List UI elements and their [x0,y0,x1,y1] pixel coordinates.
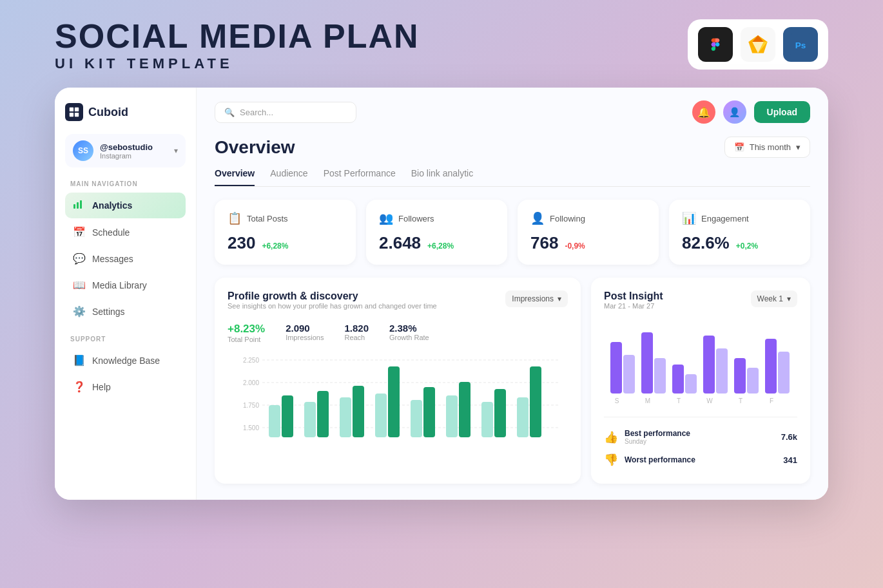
sidebar-item-messages[interactable]: 💬 Messages [65,246,186,271]
svg-rect-24 [304,402,316,437]
profile-growth-card: Profile growth & discovery See insights … [215,278,581,484]
settings-label: Settings [92,307,125,317]
sidebar-item-schedule[interactable]: 📅 Schedule [65,220,186,245]
svg-rect-32 [446,395,458,437]
svg-rect-49 [778,352,790,394]
main-content: 🔍 Search... 🔔 👤 Upload Overview 📅 This m… [197,88,828,500]
svg-rect-7 [70,108,73,111]
chevron-down-icon: ▾ [787,294,791,303]
tool-icons-container: Ps [688,19,828,70]
followers-label: Followers [398,214,434,223]
sidebar-item-media-library[interactable]: 📖 Media Library [65,272,186,298]
notification-button[interactable]: 🔔 [692,100,715,124]
svg-rect-8 [75,108,79,111]
media-library-label: Media Library [92,280,147,290]
best-performance-sub: Sunday [625,438,775,445]
settings-icon: ⚙️ [73,305,86,318]
help-icon: ❓ [73,381,86,393]
worst-performance-label: Worst performance [625,455,777,464]
svg-rect-46 [734,358,746,394]
growth-rate-label: Growth Rate [389,334,429,341]
overview-title: Overview [215,137,295,158]
svg-rect-44 [703,336,715,394]
svg-rect-12 [77,202,79,209]
svg-rect-48 [765,339,777,394]
profile-growth-subtitle: See insights on how your profile has gro… [228,302,437,310]
svg-rect-27 [353,386,364,437]
sketch-icon [741,27,775,62]
stat-card-total-posts: 📋 Total Posts 230 +6,28% [215,200,356,265]
sidebar-item-settings[interactable]: ⚙️ Settings [65,299,186,324]
brand-title: SOCIAL MEDIA PLAN [55,19,420,53]
svg-rect-37 [530,366,541,437]
svg-text:T: T [739,397,742,404]
engagement-change: +0,2% [736,242,758,251]
schedule-label: Schedule [92,227,130,238]
stat-card-following: 👤 Following 768 -0,9% [518,200,659,265]
engagement-icon: 📊 [682,211,696,225]
following-icon: 👤 [530,211,545,225]
stat-card-followers: 👥 Followers 2.648 +6,28% [366,200,507,265]
reach-value: 1.820 [344,323,369,334]
sidebar-item-help[interactable]: ❓ Help [65,374,186,399]
sidebar-item-knowledge-base[interactable]: 📘 Knowledge Base [65,348,186,373]
search-placeholder: Search... [240,108,273,117]
chevron-down-icon: ▾ [558,294,561,303]
figma-icon [698,27,733,62]
dashboard: Cuboid SS @sebostudio Instagram ▾ MAIN N… [55,88,828,500]
worst-performance-value: 341 [783,455,797,465]
analytics-label: Analytics [92,200,132,211]
overview-tabs: Overview Audience Post Performance Bio l… [215,168,810,187]
post-insight-title: Post Insight [604,290,663,302]
tab-audience[interactable]: Audience [270,168,307,186]
best-performance-label: Best performance [625,429,775,438]
tab-bio-link[interactable]: Bio link analytic [411,168,474,186]
svg-rect-30 [411,400,422,437]
svg-rect-43 [685,374,697,394]
impressions-label: Impressions [286,334,324,341]
svg-text:M: M [645,397,650,404]
app-name: Cuboid [88,106,128,119]
post-insight-card: Post Insight Mar 21 - Mar 27 Week 1 ▾ [591,278,810,484]
svg-text:2.250: 2.250 [243,357,259,364]
search-icon: 🔍 [224,108,235,117]
svg-text:1.750: 1.750 [243,402,259,409]
messages-icon: 💬 [73,252,86,265]
svg-rect-42 [672,365,684,394]
upload-button[interactable]: Upload [754,101,810,123]
stats-row: 📋 Total Posts 230 +6,28% 👥 Followers 2.6… [215,200,810,265]
svg-text:1.500: 1.500 [243,424,259,432]
svg-rect-41 [654,358,666,394]
main-nav-label: MAIN NAVIGATION [65,180,186,187]
svg-rect-31 [423,387,435,437]
tab-post-performance[interactable]: Post Performance [324,168,396,186]
svg-text:2.000: 2.000 [243,379,259,386]
search-bar[interactable]: 🔍 Search... [215,102,356,123]
total-point-value: +8.23% [228,323,265,336]
ps-icon: Ps [783,27,818,62]
svg-text:W: W [706,397,713,404]
impressions-dropdown[interactable]: Impressions ▾ [505,290,568,307]
total-posts-label: Total Posts [247,214,288,223]
date-filter[interactable]: 📅 This month ▾ [724,137,810,158]
followers-change: +6,28% [427,242,454,251]
svg-rect-23 [282,395,293,437]
topbar: 🔍 Search... 🔔 👤 Upload [215,100,810,124]
user-avatar[interactable]: 👤 [723,100,746,124]
knowledge-base-icon: 📘 [73,354,86,366]
tab-overview[interactable]: Overview [215,168,255,186]
reach-label: Reach [344,334,369,341]
post-insight-chart: S M T W T F S [604,323,797,406]
post-insight-date: Mar 21 - Mar 27 [604,302,663,310]
engagement-value: 82.6% [682,233,730,253]
followers-icon: 👥 [379,211,393,225]
week-dropdown[interactable]: Week 1 ▾ [751,290,797,307]
date-filter-label: This month [750,142,791,152]
charts-row: Profile growth & discovery See insights … [215,278,810,484]
svg-rect-26 [340,397,351,437]
sidebar-item-analytics[interactable]: Analytics [65,193,186,218]
total-point-label: Total Point [228,336,265,343]
svg-rect-40 [641,332,653,394]
account-selector[interactable]: SS @sebostudio Instagram ▾ [65,134,186,167]
stat-card-engagement: 📊 Engagement 82.6% +0,2% [669,200,810,265]
